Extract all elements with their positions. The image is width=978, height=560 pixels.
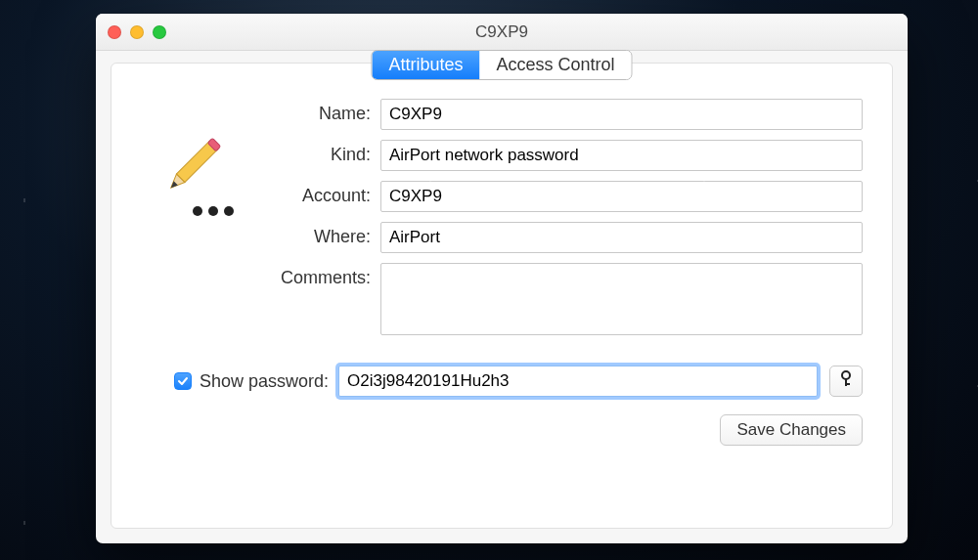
account-field[interactable] bbox=[380, 181, 863, 212]
key-button[interactable] bbox=[829, 366, 863, 397]
label-kind: Kind: bbox=[253, 140, 380, 165]
pencil-icon bbox=[143, 128, 241, 226]
tab-access-control[interactable]: Access Control bbox=[480, 51, 632, 79]
label-account: Account: bbox=[253, 181, 380, 206]
password-field[interactable] bbox=[338, 366, 818, 397]
window-title: C9XP9 bbox=[96, 22, 908, 42]
show-password-row: Show password: bbox=[174, 366, 863, 397]
name-field[interactable] bbox=[380, 99, 863, 130]
content-area: Attributes Access Control bbox=[96, 51, 908, 543]
keychain-window: C9XP9 Attributes Access Control bbox=[96, 14, 908, 543]
minimize-icon[interactable] bbox=[130, 25, 144, 39]
maximize-icon[interactable] bbox=[153, 25, 166, 39]
save-changes-button[interactable]: Save Changes bbox=[720, 414, 863, 446]
titlebar: C9XP9 bbox=[96, 14, 908, 51]
traffic-lights bbox=[108, 25, 166, 39]
key-icon bbox=[838, 370, 854, 393]
svg-point-6 bbox=[224, 206, 234, 216]
show-password-checkbox[interactable] bbox=[174, 372, 192, 390]
label-comments: Comments: bbox=[253, 263, 380, 288]
close-icon[interactable] bbox=[108, 25, 121, 39]
label-where: Where: bbox=[253, 222, 380, 247]
svg-point-4 bbox=[193, 206, 202, 216]
main-panel: Attributes Access Control bbox=[111, 63, 893, 529]
svg-rect-9 bbox=[845, 383, 850, 385]
form: Name: Kind: Account: Where: Comments: bbox=[253, 99, 863, 340]
tab-bar: Attributes Access Control bbox=[371, 50, 632, 80]
svg-point-7 bbox=[842, 371, 850, 379]
tab-attributes[interactable]: Attributes bbox=[372, 51, 479, 79]
label-show-password: Show password: bbox=[200, 371, 329, 392]
svg-point-5 bbox=[208, 206, 218, 216]
comments-field[interactable] bbox=[380, 263, 863, 335]
kind-field[interactable] bbox=[380, 140, 863, 171]
label-name: Name: bbox=[253, 99, 380, 124]
where-field[interactable] bbox=[380, 222, 863, 253]
